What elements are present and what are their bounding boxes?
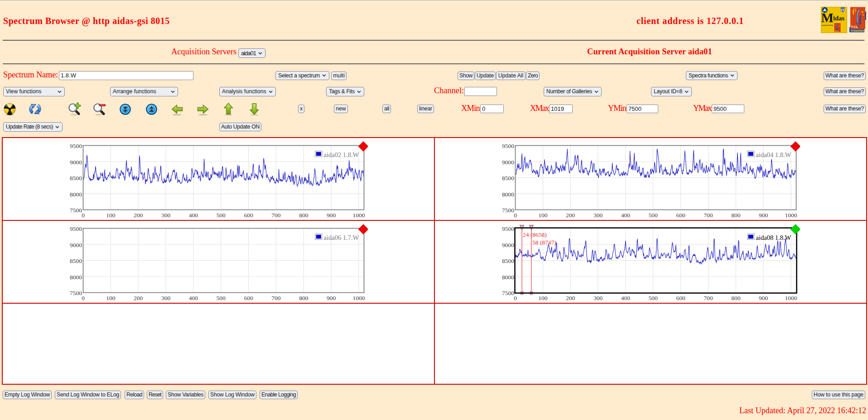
svg-text:200: 200 <box>134 212 143 219</box>
svg-text:500: 500 <box>217 295 226 301</box>
svg-text:T.C.L: T.C.L <box>835 30 839 32</box>
svg-text:powered by: powered by <box>822 24 834 26</box>
svg-text:8500: 8500 <box>502 258 514 264</box>
svg-text:7500: 7500 <box>502 290 514 296</box>
svg-text:9000: 9000 <box>70 158 82 165</box>
svg-text:700: 700 <box>271 212 281 219</box>
svg-text:8000: 8000 <box>502 273 514 280</box>
svg-text:8500: 8500 <box>70 258 82 264</box>
svg-text:7500: 7500 <box>70 290 82 296</box>
svg-text:9500: 9500 <box>70 143 82 149</box>
svg-text:300: 300 <box>161 295 171 301</box>
svg-text:9000: 9000 <box>502 158 514 165</box>
svg-text:900: 900 <box>327 295 336 301</box>
svg-text:600: 600 <box>244 295 253 301</box>
svg-text:300: 300 <box>161 212 171 219</box>
svg-text:900: 900 <box>327 212 336 219</box>
svg-text:8500: 8500 <box>70 175 82 181</box>
svg-text:900: 900 <box>759 212 768 219</box>
svg-text:100: 100 <box>538 295 548 301</box>
svg-text:24 (8658): 24 (8658) <box>523 231 547 238</box>
svg-text:9500: 9500 <box>502 143 514 149</box>
svg-text:100: 100 <box>106 295 116 301</box>
svg-text:400: 400 <box>189 295 198 301</box>
svg-text:300: 300 <box>593 212 603 219</box>
svg-text:900: 900 <box>759 295 768 301</box>
svg-text:9000: 9000 <box>70 241 82 248</box>
svg-text:200: 200 <box>566 295 575 301</box>
svg-text:500: 500 <box>217 212 226 219</box>
svg-text:0: 0 <box>514 212 517 219</box>
svg-text:1000: 1000 <box>785 212 797 219</box>
svg-text:aida08 1.8.W: aida08 1.8.W <box>756 234 791 241</box>
svg-text:7500: 7500 <box>502 207 514 214</box>
svg-text:idas: idas <box>833 14 844 22</box>
svg-text:0: 0 <box>514 295 517 301</box>
svg-text:400: 400 <box>621 295 631 301</box>
svg-text:100: 100 <box>538 212 548 219</box>
svg-text:400: 400 <box>621 212 631 219</box>
svg-text:0: 0 <box>82 295 85 301</box>
svg-text:200: 200 <box>566 212 575 219</box>
svg-text:0: 0 <box>82 212 85 219</box>
svg-text:aida06 1.7.W: aida06 1.7.W <box>324 234 359 241</box>
svg-text:800: 800 <box>299 295 309 301</box>
svg-text:800: 800 <box>731 212 741 219</box>
svg-text:800: 800 <box>731 295 741 301</box>
svg-text:9000: 9000 <box>502 241 514 248</box>
svg-text:8000: 8000 <box>70 191 82 197</box>
svg-text:200: 200 <box>134 295 143 301</box>
svg-text:M: M <box>821 10 834 25</box>
svg-text:100: 100 <box>106 212 116 219</box>
svg-text:700: 700 <box>704 212 713 219</box>
svg-text:9500: 9500 <box>70 225 82 232</box>
svg-text:TCL: TCL <box>851 25 859 29</box>
svg-text:600: 600 <box>244 212 253 219</box>
svg-text:700: 700 <box>271 295 281 301</box>
svg-text:58 (8747): 58 (8747) <box>532 239 556 246</box>
svg-text:8500: 8500 <box>502 175 514 181</box>
svg-text:POWERED: POWERED <box>851 29 865 32</box>
svg-text:aida02 1.8.W: aida02 1.8.W <box>324 151 359 158</box>
svg-text:500: 500 <box>649 212 658 219</box>
svg-text:7500: 7500 <box>70 207 82 214</box>
svg-text:400: 400 <box>189 212 198 219</box>
svg-text:1000: 1000 <box>352 295 365 301</box>
svg-text:1000: 1000 <box>352 212 365 219</box>
svg-text:8000: 8000 <box>70 273 82 280</box>
svg-text:1000: 1000 <box>785 295 797 301</box>
svg-text:8000: 8000 <box>502 191 514 197</box>
svg-text:aida04 1.8.W: aida04 1.8.W <box>756 151 791 158</box>
svg-text:800: 800 <box>299 212 309 219</box>
svg-text:300: 300 <box>593 295 603 301</box>
svg-text:600: 600 <box>676 212 685 219</box>
svg-text:700: 700 <box>704 295 713 301</box>
svg-text:9500: 9500 <box>502 225 514 232</box>
svg-text:600: 600 <box>676 295 685 301</box>
svg-text:500: 500 <box>649 295 658 301</box>
